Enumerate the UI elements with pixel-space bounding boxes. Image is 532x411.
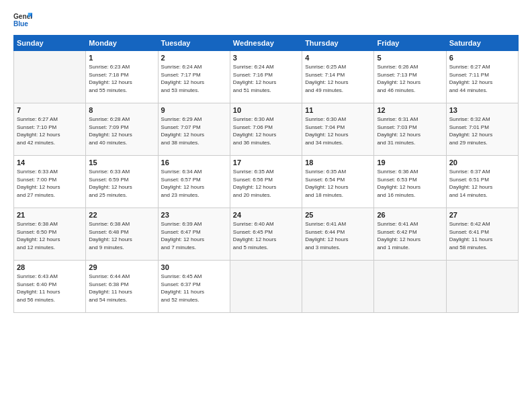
weekday-header-thursday: Thursday xyxy=(302,36,374,51)
week-row-4: 21Sunrise: 6:38 AM Sunset: 6:50 PM Dayli… xyxy=(14,208,519,261)
day-info: Sunrise: 6:35 AM Sunset: 6:56 PM Dayligh… xyxy=(233,168,299,199)
day-number: 6 xyxy=(449,54,515,62)
day-cell-12: 12Sunrise: 6:31 AM Sunset: 7:03 PM Dayli… xyxy=(374,103,446,156)
weekday-header-row: SundayMondayTuesdayWednesdayThursdayFrid… xyxy=(14,36,519,51)
day-cell-20: 20Sunrise: 6:37 AM Sunset: 6:51 PM Dayli… xyxy=(446,156,518,208)
day-number: 1 xyxy=(89,54,154,62)
week-row-2: 7Sunrise: 6:27 AM Sunset: 7:10 PM Daylig… xyxy=(14,103,519,156)
day-number: 2 xyxy=(161,54,227,62)
day-cell-26: 26Sunrise: 6:41 AM Sunset: 6:42 PM Dayli… xyxy=(374,208,446,261)
week-row-1: 1Sunrise: 6:23 AM Sunset: 7:18 PM Daylig… xyxy=(14,51,519,103)
day-cell-28: 28Sunrise: 6:43 AM Sunset: 6:40 PM Dayli… xyxy=(14,261,86,313)
day-info: Sunrise: 6:33 AM Sunset: 7:00 PM Dayligh… xyxy=(17,168,83,199)
day-number: 22 xyxy=(89,211,154,219)
day-cell-11: 11Sunrise: 6:30 AM Sunset: 7:04 PM Dayli… xyxy=(302,103,374,156)
logo-icon: General Blue xyxy=(13,11,32,30)
day-info: Sunrise: 6:32 AM Sunset: 7:01 PM Dayligh… xyxy=(449,116,515,146)
weekday-header-monday: Monday xyxy=(86,36,158,51)
day-cell-23: 23Sunrise: 6:39 AM Sunset: 6:47 PM Dayli… xyxy=(158,208,230,261)
day-number: 30 xyxy=(161,263,227,271)
day-info: Sunrise: 6:39 AM Sunset: 6:47 PM Dayligh… xyxy=(161,220,227,251)
day-info: Sunrise: 6:24 AM Sunset: 7:16 PM Dayligh… xyxy=(233,63,299,94)
svg-text:Blue: Blue xyxy=(13,20,28,28)
day-number: 20 xyxy=(449,158,515,167)
day-cell-18: 18Sunrise: 6:35 AM Sunset: 6:54 PM Dayli… xyxy=(302,156,374,208)
day-number: 23 xyxy=(161,211,227,219)
day-number: 28 xyxy=(17,263,83,271)
day-info: Sunrise: 6:24 AM Sunset: 7:17 PM Dayligh… xyxy=(161,63,227,94)
day-cell-4: 4Sunrise: 6:25 AM Sunset: 7:14 PM Daylig… xyxy=(302,51,374,103)
day-number: 16 xyxy=(161,158,227,167)
day-number: 12 xyxy=(377,106,443,114)
day-info: Sunrise: 6:33 AM Sunset: 6:59 PM Dayligh… xyxy=(89,168,154,199)
day-cell-1: 1Sunrise: 6:23 AM Sunset: 7:18 PM Daylig… xyxy=(86,51,158,103)
day-cell-15: 15Sunrise: 6:33 AM Sunset: 6:59 PM Dayli… xyxy=(86,156,158,208)
empty-cell xyxy=(446,261,518,313)
day-cell-22: 22Sunrise: 6:38 AM Sunset: 6:48 PM Dayli… xyxy=(86,208,158,261)
day-info: Sunrise: 6:44 AM Sunset: 6:38 PM Dayligh… xyxy=(89,273,154,304)
day-cell-9: 9Sunrise: 6:29 AM Sunset: 7:07 PM Daylig… xyxy=(158,103,230,156)
day-number: 3 xyxy=(233,54,299,62)
day-cell-5: 5Sunrise: 6:26 AM Sunset: 7:13 PM Daylig… xyxy=(374,51,446,103)
day-cell-2: 2Sunrise: 6:24 AM Sunset: 7:17 PM Daylig… xyxy=(158,51,230,103)
day-info: Sunrise: 6:37 AM Sunset: 6:51 PM Dayligh… xyxy=(449,168,515,199)
day-info: Sunrise: 6:26 AM Sunset: 7:13 PM Dayligh… xyxy=(377,63,443,94)
day-number: 26 xyxy=(377,211,443,219)
day-cell-6: 6Sunrise: 6:27 AM Sunset: 7:11 PM Daylig… xyxy=(446,51,518,103)
day-info: Sunrise: 6:36 AM Sunset: 6:53 PM Dayligh… xyxy=(377,168,443,199)
empty-cell xyxy=(14,51,86,103)
week-row-5: 28Sunrise: 6:43 AM Sunset: 6:40 PM Dayli… xyxy=(14,261,519,313)
day-info: Sunrise: 6:30 AM Sunset: 7:04 PM Dayligh… xyxy=(305,116,371,146)
day-number: 18 xyxy=(305,158,371,167)
day-info: Sunrise: 6:43 AM Sunset: 6:40 PM Dayligh… xyxy=(17,273,83,304)
day-number: 9 xyxy=(161,106,227,114)
empty-cell xyxy=(230,261,302,313)
day-cell-8: 8Sunrise: 6:28 AM Sunset: 7:09 PM Daylig… xyxy=(86,103,158,156)
day-info: Sunrise: 6:34 AM Sunset: 6:57 PM Dayligh… xyxy=(161,168,227,199)
day-cell-29: 29Sunrise: 6:44 AM Sunset: 6:38 PM Dayli… xyxy=(86,261,158,313)
day-cell-24: 24Sunrise: 6:40 AM Sunset: 6:45 PM Dayli… xyxy=(230,208,302,261)
day-number: 19 xyxy=(377,158,443,167)
weekday-header-wednesday: Wednesday xyxy=(230,36,302,51)
day-info: Sunrise: 6:35 AM Sunset: 6:54 PM Dayligh… xyxy=(305,168,371,199)
day-cell-3: 3Sunrise: 6:24 AM Sunset: 7:16 PM Daylig… xyxy=(230,51,302,103)
day-info: Sunrise: 6:41 AM Sunset: 6:44 PM Dayligh… xyxy=(305,220,371,251)
empty-cell xyxy=(374,261,446,313)
day-info: Sunrise: 6:23 AM Sunset: 7:18 PM Dayligh… xyxy=(89,63,154,94)
day-cell-17: 17Sunrise: 6:35 AM Sunset: 6:56 PM Dayli… xyxy=(230,156,302,208)
day-number: 8 xyxy=(89,106,154,114)
day-number: 21 xyxy=(17,211,83,219)
day-cell-16: 16Sunrise: 6:34 AM Sunset: 6:57 PM Dayli… xyxy=(158,156,230,208)
logo: General Blue xyxy=(13,11,32,30)
empty-cell xyxy=(302,261,374,313)
day-info: Sunrise: 6:40 AM Sunset: 6:45 PM Dayligh… xyxy=(233,220,299,251)
header: General Blue xyxy=(13,11,519,30)
day-info: Sunrise: 6:38 AM Sunset: 6:50 PM Dayligh… xyxy=(17,220,83,251)
week-row-3: 14Sunrise: 6:33 AM Sunset: 7:00 PM Dayli… xyxy=(14,156,519,208)
day-cell-25: 25Sunrise: 6:41 AM Sunset: 6:44 PM Dayli… xyxy=(302,208,374,261)
day-info: Sunrise: 6:29 AM Sunset: 7:07 PM Dayligh… xyxy=(161,116,227,146)
day-info: Sunrise: 6:42 AM Sunset: 6:41 PM Dayligh… xyxy=(449,220,515,251)
day-number: 27 xyxy=(449,211,515,219)
day-cell-21: 21Sunrise: 6:38 AM Sunset: 6:50 PM Dayli… xyxy=(14,208,86,261)
day-number: 7 xyxy=(17,106,83,114)
weekday-header-sunday: Sunday xyxy=(14,36,86,51)
day-number: 24 xyxy=(233,211,299,219)
day-cell-14: 14Sunrise: 6:33 AM Sunset: 7:00 PM Dayli… xyxy=(14,156,86,208)
day-info: Sunrise: 6:30 AM Sunset: 7:06 PM Dayligh… xyxy=(233,116,299,146)
day-number: 15 xyxy=(89,158,154,167)
weekday-header-tuesday: Tuesday xyxy=(158,36,230,51)
day-info: Sunrise: 6:27 AM Sunset: 7:11 PM Dayligh… xyxy=(449,63,515,94)
day-info: Sunrise: 6:31 AM Sunset: 7:03 PM Dayligh… xyxy=(377,116,443,146)
day-cell-19: 19Sunrise: 6:36 AM Sunset: 6:53 PM Dayli… xyxy=(374,156,446,208)
day-info: Sunrise: 6:45 AM Sunset: 6:37 PM Dayligh… xyxy=(161,273,227,304)
day-info: Sunrise: 6:38 AM Sunset: 6:48 PM Dayligh… xyxy=(89,220,154,251)
day-number: 17 xyxy=(233,158,299,167)
day-info: Sunrise: 6:25 AM Sunset: 7:14 PM Dayligh… xyxy=(305,63,371,94)
day-number: 4 xyxy=(305,54,371,62)
day-number: 29 xyxy=(89,263,154,271)
weekday-header-saturday: Saturday xyxy=(446,36,518,51)
day-info: Sunrise: 6:41 AM Sunset: 6:42 PM Dayligh… xyxy=(377,220,443,251)
calendar-container: General Blue SundayMondayTuesdayWednesda… xyxy=(0,0,532,320)
day-info: Sunrise: 6:27 AM Sunset: 7:10 PM Dayligh… xyxy=(17,116,83,146)
